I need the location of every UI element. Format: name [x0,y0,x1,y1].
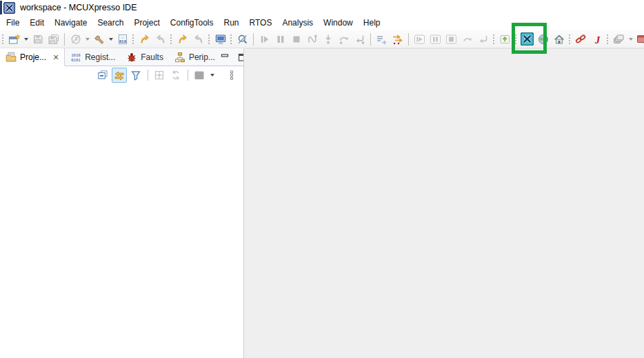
mcuxpresso-x-button[interactable] [519,31,535,48]
step-over-button [336,31,352,48]
forward-arrow-icon [193,34,204,45]
view-menu-kebab-icon [228,70,235,81]
new-button[interactable] [6,31,22,48]
toolbar-drag-handle [130,31,137,48]
resume-icon [259,34,270,45]
minimize-icon[interactable] [221,53,230,61]
panel-toolbar-separator [185,68,190,83]
search-button[interactable] [234,31,250,48]
toolbar-drag-handle [513,31,519,48]
menu-analysis[interactable]: Analysis [277,16,318,30]
menu-edit[interactable]: Edit [25,16,49,30]
open-perspective-button[interactable] [634,31,644,48]
step-return-all-button [475,31,491,48]
forward-button [190,31,206,48]
tab-close-icon[interactable]: × [53,52,59,62]
tab-label: Proje... [20,52,46,62]
menu-file[interactable]: File [1,16,24,30]
home-button[interactable] [551,31,567,48]
terminate-all-button [443,31,459,48]
link-with-editor-button[interactable] [112,68,127,83]
instruction-stepping-icon [392,34,403,45]
jlink-button[interactable]: J [589,31,605,48]
link-button[interactable] [573,31,589,48]
terminate-all-icon [445,34,457,45]
instruction-stepping-button[interactable] [390,31,405,48]
toolbar-drag-handle [605,31,611,48]
home-icon [554,34,565,45]
svg-text:010: 010 [119,39,126,43]
project-explorer-icon [6,52,17,63]
save-all-button[interactable] [46,31,61,48]
resume-all-button [412,31,427,48]
filter-button[interactable] [128,68,143,83]
menu-help[interactable]: Help [359,16,385,30]
perspectives-button[interactable] [611,31,627,48]
undo-button[interactable] [137,31,152,48]
link-with-editor-icon [114,70,125,81]
filter-funnel-icon [130,70,141,81]
refresh-button [168,68,183,83]
redo-arrow-icon [155,34,166,45]
svg-text:J: J [594,34,600,45]
terminate-button [288,31,304,48]
mcuxpresso-app-icon [3,2,15,14]
profile-dropdown-arrow [83,31,91,48]
main-toolbar: 010 [0,30,644,48]
menu-navigate[interactable]: Navigate [50,16,92,30]
tab-registers[interactable]: 1010 0101 Regist... [65,48,121,66]
toolbar-separator [250,31,256,48]
toolbar-drag-handle [206,31,212,48]
terminate-icon [291,34,302,45]
toolbar-drag-handle [168,31,174,48]
step-into-button [320,31,336,48]
menu-configtools[interactable]: ConfigTools [165,16,219,30]
new-binary-button[interactable]: 010 [114,31,130,48]
boot-rom-icon [499,34,511,45]
suspend-all-icon [430,34,441,45]
toolbar-drag-handle [0,31,6,48]
view-box-button[interactable] [192,68,207,83]
bug-icon [126,52,137,63]
chain-link-icon [575,34,587,45]
back-button[interactable] [174,31,190,48]
build-dropdown-arrow[interactable] [107,31,114,48]
menu-run[interactable]: Run [219,16,244,30]
resume-button [256,31,272,48]
suspend-all-button [427,31,443,48]
save-all-icon [48,34,59,45]
tab-peripherals[interactable]: Perip... [169,48,221,66]
save-icon [32,34,43,45]
jlink-icon: J [592,34,603,45]
view-box-dropdown-arrow[interactable] [208,67,216,83]
project-explorer-content[interactable] [0,84,243,358]
new-dropdown-arrow[interactable] [22,31,30,48]
editor-area[interactable] [243,48,644,358]
refresh-icon [170,70,181,81]
build-button[interactable] [91,31,107,48]
suspend-button [272,31,288,48]
tab-faults[interactable]: Faults [121,48,169,66]
menu-window[interactable]: Window [319,16,358,30]
menu-search[interactable]: Search [92,16,128,30]
globe-button[interactable] [535,31,551,48]
collapse-all-icon [97,70,108,81]
collapse-all-button[interactable] [95,68,110,83]
left-panel: Proje... × 1010 0101 Regist... Faults [0,48,243,358]
open-console-button[interactable] [212,31,228,48]
step-return-all-icon [478,34,489,45]
panel-tab-row: Proje... × 1010 0101 Regist... Faults [0,48,243,66]
menu-project[interactable]: Project [129,16,164,30]
tab-project-explorer[interactable]: Proje... × [0,48,65,66]
perspectives-dropdown-arrow[interactable] [627,31,634,48]
peripherals-icon [174,52,185,63]
tab-label: Faults [141,52,163,62]
search-slash-icon [237,34,248,45]
restart-icon [307,34,318,45]
focus-grid-icon [154,70,165,81]
menu-rtos[interactable]: RTOS [245,16,277,30]
view-menu-button[interactable] [224,68,239,83]
view-box-icon [194,70,205,81]
save-button[interactable] [30,31,46,48]
menu-bar: File Edit Navigate Search Project Config… [0,15,644,30]
